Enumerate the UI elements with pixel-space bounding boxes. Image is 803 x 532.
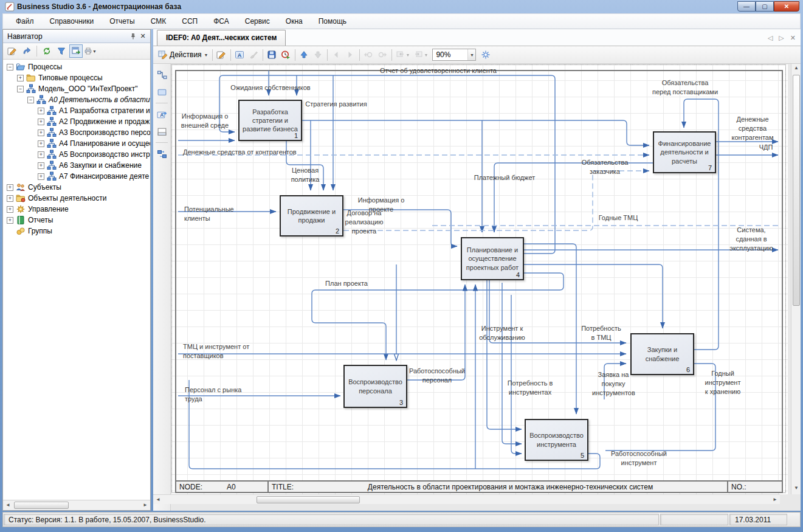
tree-expander[interactable]: +	[38, 151, 44, 158]
label-capable-personnel[interactable]: Работоспособный персонал	[405, 367, 469, 385]
tree-expander[interactable]: +	[38, 162, 44, 169]
tree-item-13[interactable]: +Объекты деятельности	[3, 193, 150, 204]
scrollbar-thumb[interactable]	[793, 75, 800, 306]
menu-item-7[interactable]: Сервис	[237, 15, 278, 28]
tree-expander[interactable]: +	[7, 184, 13, 191]
tree-expander[interactable]: +	[7, 195, 13, 202]
tree-item-14[interactable]: +Управление	[3, 204, 150, 215]
label-tool-need[interactable]: Потребность в инструментах	[503, 379, 557, 397]
edit-diagram-button[interactable]	[215, 48, 229, 62]
tree-expander[interactable]: +	[38, 140, 44, 147]
tree-item-2[interactable]: +Типовые процессы	[3, 72, 150, 83]
tab-close-icon[interactable]: ✕	[790, 34, 796, 42]
tree-expander[interactable]: −	[17, 86, 24, 92]
label-tmc-from-suppliers[interactable]: ТМЦ и инструмент от поставщиков	[183, 342, 290, 361]
tree-item-15[interactable]: +Отчеты	[3, 215, 150, 226]
label-owner-expectations[interactable]: Ожидания собственников	[226, 83, 315, 92]
process-box-5[interactable]: Воспроизводство инструмента5	[525, 419, 588, 461]
menu-item-3[interactable]: Отчеты	[102, 15, 142, 28]
scroll-down-arrow[interactable]: ▼	[791, 484, 801, 492]
connector-tool-icon[interactable]	[154, 67, 169, 82]
label-supplier-obligations[interactable]: Обязательства перед поставщиками	[649, 78, 722, 97]
tab-idef0-a0[interactable]: IDEF0: A0 Деят...ческих систем	[157, 30, 286, 46]
scroll-left-arrow[interactable]: ◄	[153, 496, 163, 504]
menu-item-6[interactable]: ФСА	[205, 15, 237, 28]
label-project-contract[interactable]: Договор на реализацию проекта	[342, 209, 386, 236]
tree-item-16[interactable]: Группы	[3, 226, 150, 237]
tree-item-9[interactable]: +А5 Воспроизводство инстр	[3, 149, 150, 160]
tree-item-4[interactable]: −А0 Деятельность в области пр	[3, 94, 150, 105]
label-good-tool-storage[interactable]: Годный инструмент к хранению	[701, 369, 745, 396]
menu-item-1[interactable]: Файл	[8, 15, 42, 28]
diagram-hscrollbar[interactable]: ◄ ►	[153, 494, 780, 504]
label-chdp[interactable]: ЧДП	[754, 143, 777, 152]
label-report-client[interactable]: Отчет об удовлетворенности клиента	[380, 66, 508, 75]
tree-item-8[interactable]: +А4 Планирование и осущес	[3, 138, 150, 149]
process-box-1[interactable]: Разработка стратегии и развитие бизнеса1	[238, 100, 302, 141]
label-project-plan[interactable]: План проекта	[325, 279, 368, 288]
tree-item-7[interactable]: +А3 Воспроизводство персо	[3, 127, 150, 138]
label-payment-budget[interactable]: Платежный бюджет	[474, 173, 536, 182]
menu-item-5[interactable]: ССП	[174, 15, 205, 28]
diagram-vscrollbar[interactable]: ▲ ▼	[791, 64, 801, 494]
label-money-from-counterparties[interactable]: Денежные средства от контрагентов	[183, 148, 302, 157]
menu-item-9[interactable]: Помощь	[311, 15, 354, 28]
label-tool-purchase-request[interactable]: Заявка на покупку инструментов	[592, 370, 635, 398]
window-link-icon[interactable]	[69, 44, 83, 58]
text-block-button[interactable]: A	[233, 48, 247, 62]
tree-expander[interactable]: +	[7, 217, 13, 224]
process-box-2[interactable]: Продвижение и продажи2	[280, 195, 343, 237]
level-up-button[interactable]	[297, 48, 311, 62]
save-button[interactable]	[265, 48, 279, 62]
tree-expander[interactable]: +	[38, 130, 44, 136]
tree-expander[interactable]: +	[38, 119, 44, 125]
label-money-to-counterparties[interactable]: Денежные средства контрагентам	[730, 115, 775, 142]
menu-item-8[interactable]: Окна	[278, 15, 311, 28]
refresh-icon[interactable]	[40, 44, 53, 58]
menu-item-4[interactable]: СМК	[143, 15, 174, 28]
label-labor-market-personnel[interactable]: Персонал с рынка труда	[185, 385, 260, 404]
scroll-up-arrow[interactable]: ▲	[791, 64, 801, 72]
chevron-down-icon[interactable]: ▼	[467, 49, 475, 60]
tab-next-icon[interactable]: ▷	[779, 34, 784, 42]
redo-arrow-icon[interactable]	[20, 44, 33, 58]
process-box-6[interactable]: Закупки и снабжение6	[630, 333, 694, 375]
time-parameters-button[interactable]	[279, 48, 293, 62]
filter-icon[interactable]	[55, 44, 68, 58]
label-potential-clients[interactable]: Потенциальные клиенты	[184, 205, 260, 223]
actions-button[interactable]: Действия▼	[156, 48, 210, 62]
close-button[interactable]: ✕	[774, 1, 799, 12]
label-customer-obligations[interactable]: Обязательства заказчика	[566, 158, 644, 176]
tree-item-5[interactable]: +А1 Разработка стратегии и	[3, 105, 150, 116]
tree-expander[interactable]: +	[38, 108, 44, 114]
label-good-tmc[interactable]: Годные ТМЦ	[598, 213, 639, 223]
fit-page-button[interactable]	[478, 48, 492, 62]
scroll-right-arrow[interactable]: ►	[770, 496, 780, 504]
tree-item-6[interactable]: +А2 Продвижение и продаж	[3, 116, 150, 127]
label-tmc-need[interactable]: Потребность в ТМЦ	[579, 324, 624, 342]
label-external-info[interactable]: Информация о внешней среде	[179, 112, 230, 130]
tree-expander[interactable]: −	[7, 64, 13, 71]
label-dev-strategy[interactable]: Стратегия развития	[305, 100, 368, 109]
tree-item-10[interactable]: +А6 Закупки и снабжение	[3, 160, 150, 171]
tree-expander[interactable]: +	[17, 75, 24, 81]
scrollbar-thumb[interactable]	[257, 496, 360, 503]
navigator-hscrollbar[interactable]: ◄ ►	[3, 500, 150, 510]
tree-item-11[interactable]: +А7 Финансирование деяте	[3, 171, 150, 182]
label-system-delivered[interactable]: Система, сданная в эксплуатацию	[728, 226, 775, 253]
label-capable-tool[interactable]: Работоспособный инструмент	[607, 449, 670, 468]
title-bar[interactable]: Business Studio 3.6 - Демонстрационная б…	[2, 0, 801, 13]
tree-expander[interactable]: +	[38, 173, 44, 180]
scroll-right-arrow[interactable]: ►	[140, 501, 150, 510]
tree-expander[interactable]: +	[7, 206, 13, 213]
minimize-button[interactable]: —	[737, 1, 756, 12]
process-box-7[interactable]: Финансирование деятельности и расчеты7	[653, 131, 716, 173]
text-tool-icon[interactable]: A	[154, 107, 169, 122]
zoom-combobox[interactable]: 90%▼	[432, 49, 476, 61]
close-panel-icon[interactable]: ✕	[138, 32, 148, 41]
maximize-button[interactable]: ▢	[756, 1, 774, 12]
tree-item-1[interactable]: −Процессы	[3, 61, 150, 72]
menu-item-2[interactable]: Справочники	[42, 15, 102, 28]
pin-icon[interactable]	[128, 32, 138, 41]
label-price-policy[interactable]: Ценовая политика	[288, 166, 323, 184]
